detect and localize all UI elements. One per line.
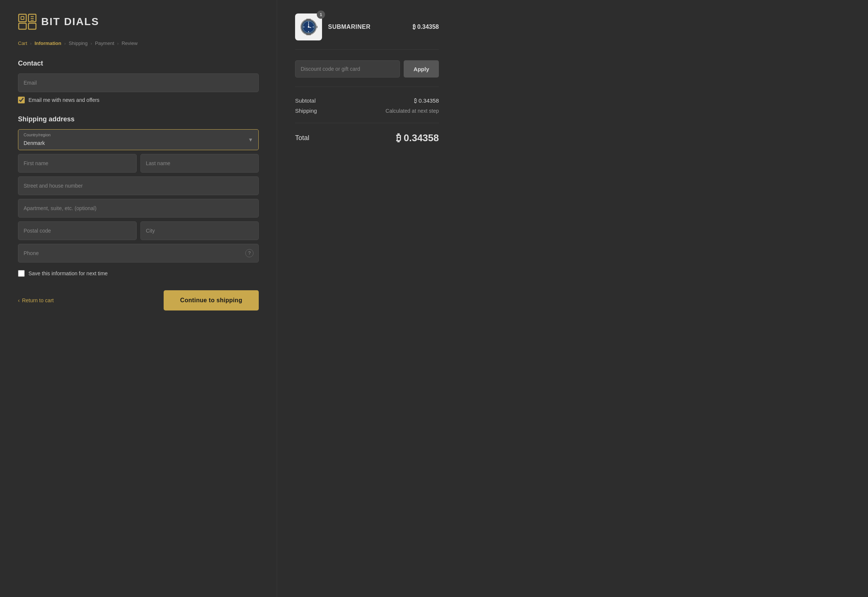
first-name-field[interactable] — [18, 154, 137, 173]
email-field[interactable] — [18, 73, 259, 92]
city-postal-row — [18, 221, 259, 240]
phone-wrap: ? — [18, 244, 259, 263]
street-wrap — [18, 176, 259, 195]
breadcrumb-information: Information — [34, 40, 61, 46]
total-row: Total ₿ 0.34358 — [295, 132, 439, 144]
breadcrumb-shipping: Shipping — [69, 40, 88, 46]
city-field[interactable] — [140, 221, 259, 240]
subtotal-row: Subtotal ₿ 0.34358 — [295, 97, 439, 104]
shipping-label: Shipping — [295, 107, 317, 114]
svg-rect-18 — [306, 19, 311, 21]
svg-rect-19 — [306, 33, 311, 35]
breadcrumb-payment: Payment — [95, 40, 114, 46]
svg-rect-6 — [19, 23, 26, 29]
right-panel: 1 SUBMARINER ₿ 0.34358 Apply Subtotal ₿ … — [277, 0, 457, 597]
left-panel: BIT DIALS Cart › Information › Shipping … — [0, 0, 277, 597]
save-info-label[interactable]: Save this information for next time — [28, 270, 108, 276]
apt-field[interactable] — [18, 199, 259, 218]
breadcrumb-sep-3: › — [91, 41, 92, 46]
shipping-row: Shipping Calculated at next step — [295, 107, 439, 114]
apply-button[interactable]: Apply — [404, 60, 439, 78]
breadcrumb-sep-1: › — [30, 41, 32, 46]
continue-to-shipping-button[interactable]: Continue to shipping — [164, 290, 259, 310]
subtotal-label: Subtotal — [295, 97, 316, 104]
product-name: SUBMARINER — [328, 24, 370, 30]
total-value: ₿ 0.34358 — [396, 132, 439, 144]
newsletter-label[interactable]: Email me with news and offers — [28, 97, 100, 103]
apt-wrap — [18, 199, 259, 218]
breadcrumb-review: Review — [122, 40, 138, 46]
watch-svg — [298, 16, 319, 37]
contact-title: Contact — [18, 60, 259, 67]
product-left: 1 SUBMARINER — [295, 13, 370, 40]
name-row — [18, 154, 259, 173]
logo-icon — [18, 13, 37, 30]
return-cart-label: Return to cart — [22, 297, 54, 303]
newsletter-checkbox[interactable] — [18, 97, 25, 103]
discount-input[interactable] — [295, 60, 400, 78]
product-image-wrap: 1 — [295, 13, 322, 40]
total-label: Total — [295, 134, 309, 142]
subtotal-value: ₿ 0.34358 — [414, 97, 439, 104]
save-info-row: Save this information for next time — [18, 270, 259, 277]
last-name-field[interactable] — [140, 154, 259, 173]
contact-section: Contact Email me with news and offers — [18, 60, 259, 103]
phone-help-icon[interactable]: ? — [245, 249, 254, 257]
discount-row: Apply — [295, 60, 439, 87]
return-to-cart-link[interactable]: ‹ Return to cart — [18, 297, 54, 303]
breadcrumb: Cart › Information › Shipping › Payment … — [18, 40, 259, 46]
shipping-title: Shipping address — [18, 115, 259, 123]
svg-rect-17 — [316, 26, 318, 28]
breadcrumb-sep-2: › — [64, 41, 66, 46]
product-row: 1 SUBMARINER ₿ 0.34358 — [295, 13, 439, 50]
brand-name: BIT DIALS — [41, 16, 99, 28]
shipping-value: Calculated at next step — [386, 108, 439, 114]
shipping-section: Shipping address Country/region Denmark … — [18, 115, 259, 263]
street-field[interactable] — [18, 176, 259, 195]
svg-rect-0 — [19, 14, 26, 22]
svg-rect-1 — [21, 16, 24, 19]
breadcrumb-sep-4: › — [117, 41, 119, 46]
country-select-wrap[interactable]: Country/region Denmark Sweden Norway Ger… — [18, 129, 259, 150]
svg-rect-7 — [28, 23, 36, 29]
breadcrumb-cart[interactable]: Cart — [18, 40, 27, 46]
form-footer: ‹ Return to cart Continue to shipping — [18, 290, 259, 310]
product-price: ₿ 0.34358 — [413, 24, 439, 30]
return-chevron-icon: ‹ — [18, 297, 20, 303]
svg-point-20 — [308, 26, 309, 28]
summary-section: Subtotal ₿ 0.34358 Shipping Calculated a… — [295, 97, 439, 123]
postal-code-field[interactable] — [18, 221, 137, 240]
product-badge: 1 — [317, 10, 325, 19]
save-info-checkbox[interactable] — [18, 270, 25, 277]
email-input-wrap — [18, 73, 259, 92]
page-layout: BIT DIALS Cart › Information › Shipping … — [0, 0, 868, 597]
logo-area: BIT DIALS — [18, 13, 259, 30]
phone-field[interactable] — [18, 244, 259, 263]
country-select[interactable]: Denmark Sweden Norway Germany United Kin… — [18, 130, 258, 150]
newsletter-row: Email me with news and offers — [18, 97, 259, 103]
